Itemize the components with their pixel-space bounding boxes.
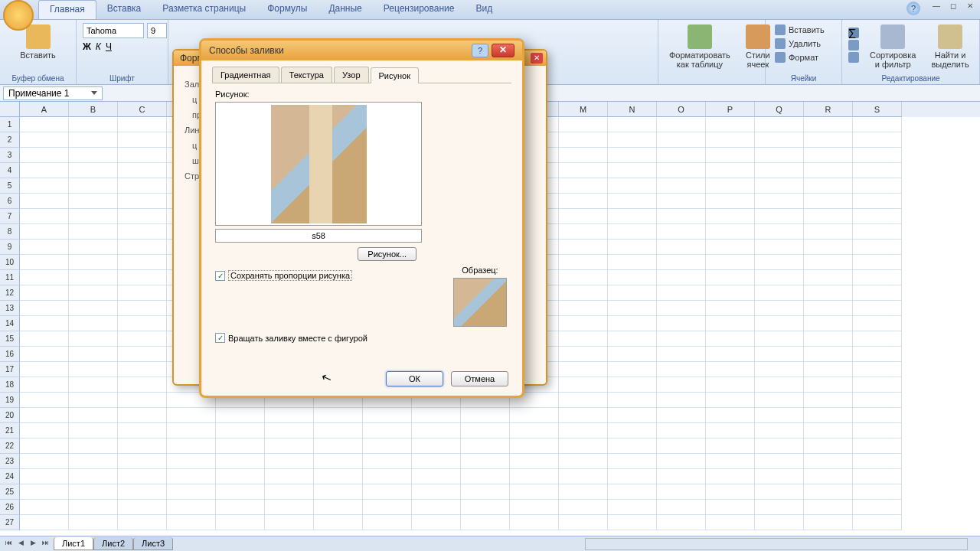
close-button[interactable]: ✕ — [963, 2, 977, 12]
help-icon[interactable]: ? — [906, 2, 920, 15]
select-all-corner[interactable] — [0, 102, 20, 117]
insert-icon — [775, 24, 786, 35]
underline-button[interactable]: Ч — [106, 41, 112, 52]
fill-effects-dialog: Способы заливки ? ✕ Градиентная Текстура… — [199, 38, 524, 398]
tab-view[interactable]: Вид — [465, 0, 503, 19]
format-dialog-close[interactable]: ✕ — [531, 53, 543, 64]
column-header[interactable]: R — [804, 102, 853, 117]
dialog-titlebar[interactable]: Способы заливки ? ✕ — [201, 41, 522, 60]
row-header[interactable]: 27 — [0, 515, 20, 530]
tab-home[interactable]: Главная — [38, 0, 96, 19]
row-header[interactable]: 15 — [0, 331, 20, 347]
column-header[interactable]: S — [853, 102, 902, 117]
picture-label: Рисунок: — [215, 90, 508, 99]
tab-picture[interactable]: Рисунок — [371, 67, 420, 83]
row-header[interactable]: 11 — [0, 270, 20, 285]
row-header[interactable]: 19 — [0, 393, 20, 408]
column-header[interactable]: O — [657, 102, 706, 117]
fmt-label1: Форматировать — [669, 51, 730, 60]
rotate-with-shape-checkbox[interactable] — [215, 333, 225, 343]
row-header[interactable]: 10 — [0, 255, 20, 270]
column-header[interactable]: M — [559, 102, 608, 117]
tab-gradient[interactable]: Градиентная — [212, 67, 279, 83]
row-header[interactable]: 14 — [0, 316, 20, 331]
row-header[interactable]: 8 — [0, 224, 20, 240]
sheet-nav-last[interactable]: ⏭ — [40, 539, 51, 549]
row-header[interactable]: 9 — [0, 240, 20, 255]
format-cells-button[interactable]: Формат — [772, 51, 835, 64]
row-header[interactable]: 4 — [0, 163, 20, 178]
paste-icon — [26, 24, 51, 49]
sheet-tab-3[interactable]: Лист3 — [133, 537, 173, 550]
row-header[interactable]: 6 — [0, 194, 20, 209]
row-header[interactable]: 25 — [0, 484, 20, 500]
find-label2: выделить — [931, 60, 969, 69]
tab-pattern[interactable]: Узор — [334, 67, 369, 83]
select-picture-button[interactable]: Рисунок... — [358, 247, 416, 261]
row-header[interactable]: 24 — [0, 469, 20, 484]
row-header[interactable]: 18 — [0, 377, 20, 393]
insert-label: Вставить — [789, 25, 825, 34]
clear-icon[interactable] — [848, 52, 859, 63]
sheet-nav-first[interactable]: ⏮ — [3, 539, 14, 549]
column-header[interactable]: B — [69, 102, 118, 117]
column-header[interactable]: C — [118, 102, 167, 117]
tab-formulas[interactable]: Формулы — [256, 0, 318, 19]
row-headers: 1234567891011121314151617181920212223242… — [0, 117, 20, 530]
row-header[interactable]: 16 — [0, 347, 20, 362]
row-header[interactable]: 3 — [0, 148, 20, 163]
sort-filter-button[interactable]: Сортировка и фильтр — [865, 23, 920, 70]
dialog-close-button[interactable]: ✕ — [492, 44, 514, 57]
dialog-help-button[interactable]: ? — [472, 44, 488, 57]
tab-texture[interactable]: Текстура — [281, 67, 332, 83]
row-header[interactable]: 13 — [0, 301, 20, 316]
column-header[interactable]: N — [608, 102, 657, 117]
insert-cells-button[interactable]: Вставить — [772, 23, 835, 37]
row-header[interactable]: 23 — [0, 454, 20, 469]
sheet-nav-prev[interactable]: ◀ — [15, 539, 26, 549]
keep-ratio-checkbox[interactable] — [215, 271, 225, 281]
column-header[interactable]: Q — [755, 102, 804, 117]
column-header[interactable]: A — [20, 102, 69, 117]
fill-icon[interactable] — [848, 40, 859, 51]
restore-button[interactable]: ◻ — [946, 2, 960, 12]
row-header[interactable]: 17 — [0, 362, 20, 377]
office-button[interactable] — [3, 0, 34, 31]
row-header[interactable]: 7 — [0, 209, 20, 224]
italic-button[interactable]: К — [96, 41, 101, 52]
tab-insert[interactable]: Вставка — [96, 0, 152, 19]
fmt-label2: как таблицу — [677, 60, 723, 69]
row-header[interactable]: 20 — [0, 408, 20, 423]
font-size-combo[interactable] — [147, 23, 167, 38]
group-clipboard: Буфер обмена — [0, 74, 76, 83]
sheet-nav-next[interactable]: ▶ — [28, 539, 38, 549]
row-header[interactable]: 12 — [0, 285, 20, 301]
format-icon — [775, 52, 786, 63]
row-header[interactable]: 21 — [0, 423, 20, 439]
format-as-table-button[interactable]: Форматировать как таблицу — [665, 23, 735, 70]
row-header[interactable]: 26 — [0, 500, 20, 515]
tab-data[interactable]: Данные — [318, 0, 372, 19]
find-select-button[interactable]: Найти и выделить — [926, 23, 973, 70]
tab-review[interactable]: Рецензирование — [373, 0, 466, 19]
row-header[interactable]: 5 — [0, 178, 20, 194]
sheet-tab-1[interactable]: Лист1 — [54, 537, 93, 550]
tab-page-layout[interactable]: Разметка страницы — [152, 0, 256, 19]
horizontal-scrollbar[interactable] — [585, 538, 968, 550]
ribbon-tabs: Главная Вставка Разметка страницы Формул… — [0, 0, 980, 20]
row-header[interactable]: 1 — [0, 117, 20, 132]
autosum-icon[interactable]: Σ — [848, 28, 859, 38]
ok-button[interactable]: ОК — [386, 371, 443, 386]
sheet-tab-2[interactable]: Лист2 — [93, 537, 133, 550]
delete-cells-button[interactable]: Удалить — [772, 37, 835, 51]
cancel-button[interactable]: Отмена — [451, 371, 508, 386]
name-box[interactable]: Примечание 1 — [3, 86, 103, 100]
group-editing: Редактирование — [842, 74, 979, 83]
minimize-button[interactable]: — — [929, 2, 943, 12]
column-header[interactable]: P — [706, 102, 755, 117]
font-name-combo[interactable] — [83, 23, 144, 38]
row-header[interactable]: 2 — [0, 132, 20, 148]
delete-icon — [775, 38, 786, 49]
bold-button[interactable]: Ж — [83, 41, 91, 52]
row-header[interactable]: 22 — [0, 439, 20, 454]
